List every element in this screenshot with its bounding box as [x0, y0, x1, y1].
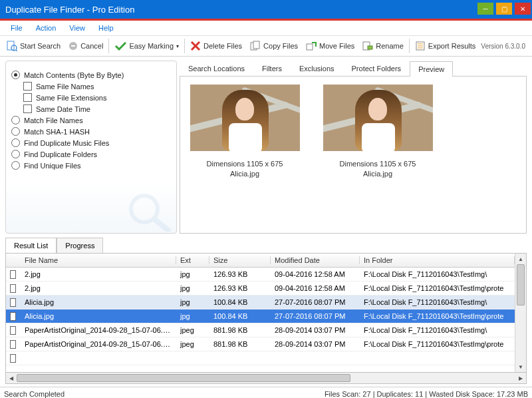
cell-ext: jpeg — [176, 340, 209, 348]
tab-filters[interactable]: Filters — [253, 61, 291, 76]
tab-protect-folders[interactable]: Protect Folders — [343, 61, 410, 76]
table-row[interactable]: 2.jpgjpg126.93 KB09-04-2016 12:58 AMF:\L… — [6, 268, 515, 282]
svg-rect-8 — [253, 41, 259, 49]
option-same-date-time[interactable]: Same Date Time — [23, 104, 170, 113]
start-search-button[interactable]: Start Search — [3, 36, 65, 56]
grid-header: File Name Ext Size Modified Date In Fold… — [6, 254, 515, 268]
table-row[interactable] — [6, 351, 515, 365]
svg-rect-9 — [307, 44, 313, 50]
preview-thumbnail — [190, 85, 300, 151]
col-file-name[interactable]: File Name — [21, 256, 176, 264]
option-duplicate-music[interactable]: Find Duplicate Music Files — [11, 138, 170, 147]
cell-folder: F:\Local Disk F_7112016043\TestImg\prote — [360, 312, 515, 320]
col-modified-date[interactable]: Modified Date — [271, 256, 360, 264]
row-checkbox[interactable] — [10, 354, 16, 363]
cell-size: 100.84 KB — [209, 298, 271, 306]
tab-search-locations[interactable]: Search Locations — [180, 61, 253, 76]
tab-preview[interactable]: Preview — [410, 61, 453, 77]
cell-file-name: 2.jpg — [21, 270, 176, 278]
option-duplicate-folders[interactable]: Find Duplicate Folders — [11, 150, 170, 158]
rename-button[interactable]: Rename — [358, 36, 408, 56]
row-checkbox[interactable] — [10, 270, 16, 279]
option-same-file-extensions[interactable]: Same File Extensions — [23, 93, 170, 102]
menu-file[interactable]: File — [11, 24, 23, 32]
rename-icon — [362, 41, 373, 51]
tab-exclusions[interactable]: Exclusions — [291, 61, 343, 76]
close-button[interactable]: ✕ — [515, 3, 531, 15]
preview-caption: Dimensions 1105 x 675 Alicia.jpg — [340, 159, 416, 180]
col-in-folder[interactable]: In Folder — [360, 256, 515, 264]
minimize-button[interactable]: ─ — [477, 3, 493, 15]
search-page-icon — [7, 41, 17, 51]
delete-icon — [190, 41, 201, 51]
tab-result-list[interactable]: Result List — [5, 238, 57, 253]
dropdown-icon: ▾ — [176, 43, 179, 49]
cell-size: 881.98 KB — [209, 326, 271, 334]
menu-view[interactable]: View — [69, 24, 85, 32]
menu-action[interactable]: Action — [36, 24, 57, 32]
cancel-button[interactable]: Cancel — [65, 36, 107, 56]
cell-ext: jpeg — [176, 326, 209, 334]
cell-file-name: Alicia.jpg — [21, 298, 176, 306]
row-checkbox[interactable] — [10, 312, 16, 321]
move-icon — [306, 41, 317, 51]
cell-date: 28-09-2014 03:07 PM — [271, 326, 360, 334]
cell-date: 09-04-2016 12:58 AM — [271, 270, 360, 278]
table-row[interactable]: PaperArtistOriginal_2014-09-28_15-07-06.… — [6, 337, 515, 351]
option-same-file-names[interactable]: Same File Names — [23, 82, 170, 91]
option-match-contents[interactable]: Match Contents (Byte By Byte) — [11, 71, 170, 79]
export-results-button[interactable]: Export Results — [411, 36, 480, 56]
preview-item[interactable]: Dimensions 1105 x 675 Alicia.jpg — [321, 85, 434, 180]
easy-marking-button[interactable]: Easy Marking ▾ — [110, 36, 183, 56]
scroll-left-icon[interactable]: ◀ — [6, 373, 17, 383]
table-row[interactable]: PaperArtistOriginal_2014-09-28_15-07-06.… — [6, 323, 515, 337]
scroll-thumb[interactable] — [17, 374, 350, 382]
copy-files-button[interactable]: Copy Files — [246, 36, 302, 56]
scroll-down-icon[interactable]: ▼ — [515, 361, 526, 372]
row-checkbox[interactable] — [10, 298, 16, 307]
scroll-up-icon[interactable]: ▲ — [515, 254, 526, 264]
cell-ext: jpg — [176, 270, 209, 278]
option-match-sha1[interactable]: Match SHA-1 HASH — [11, 127, 170, 136]
row-checkbox[interactable] — [10, 340, 16, 349]
cell-date: 27-07-2016 08:07 PM — [271, 312, 360, 320]
vertical-scrollbar[interactable]: ▲ ▼ — [515, 254, 526, 372]
row-checkbox[interactable] — [10, 326, 16, 335]
preview-pane: Dimensions 1105 x 675 Alicia.jpg Dimensi… — [180, 77, 527, 234]
cell-file-name: PaperArtistOriginal_2014-09-28_15-07-06.… — [21, 340, 176, 348]
toolbar: Start Search Cancel Easy Marking ▾ Delet… — [0, 36, 532, 57]
tab-progress[interactable]: Progress — [57, 238, 103, 253]
svg-line-18 — [155, 220, 168, 230]
move-files-button[interactable]: Move Files — [302, 36, 358, 56]
cell-date: 27-07-2016 08:07 PM — [271, 298, 360, 306]
scroll-right-icon[interactable]: ▶ — [515, 373, 526, 383]
option-match-file-names[interactable]: Match File Names — [11, 116, 170, 124]
row-checkbox[interactable] — [10, 284, 16, 293]
maximize-button[interactable]: ▢ — [496, 3, 512, 15]
preview-caption: Dimensions 1105 x 675 Alicia.jpg — [207, 159, 283, 180]
cell-size: 100.84 KB — [209, 312, 271, 320]
cell-ext: jpg — [176, 298, 209, 306]
table-row[interactable]: 2.jpgjpg126.93 KB09-04-2016 12:58 AMF:\L… — [6, 282, 515, 296]
delete-files-button[interactable]: Delete Files — [186, 36, 246, 56]
table-row[interactable]: Alicia.jpgjpg100.84 KB27-07-2016 08:07 P… — [6, 309, 515, 323]
horizontal-scrollbar[interactable]: ◀ ▶ — [5, 373, 527, 384]
check-icon — [114, 41, 126, 51]
scroll-thumb[interactable] — [517, 264, 525, 305]
cell-file-name: Alicia.jpg — [21, 312, 176, 320]
col-size[interactable]: Size — [209, 256, 271, 264]
preview-item[interactable]: Dimensions 1105 x 675 Alicia.jpg — [188, 85, 301, 180]
option-unique-files[interactable]: Find Unique Files — [11, 161, 170, 170]
preview-thumbnail — [323, 85, 433, 151]
menu-help[interactable]: Help — [98, 24, 114, 32]
version-label: Version 6.3.0.0 — [481, 43, 525, 50]
cell-folder: F:\Local Disk F_7112016043\TestImg\ — [360, 326, 515, 334]
magnifier-bg-icon — [126, 192, 172, 232]
table-row[interactable]: Alicia.jpgjpg100.84 KB27-07-2016 08:07 P… — [6, 296, 515, 309]
cell-folder: F:\Local Disk F_7112016043\TestImg\ — [360, 298, 515, 306]
window-title: Duplicate File Finder - Pro Edition — [5, 5, 134, 15]
cancel-icon — [68, 41, 78, 51]
cell-size: 881.98 KB — [209, 340, 271, 348]
col-ext[interactable]: Ext — [176, 256, 209, 264]
cell-folder: F:\Local Disk F_7112016043\TestImg\prote — [360, 340, 515, 348]
